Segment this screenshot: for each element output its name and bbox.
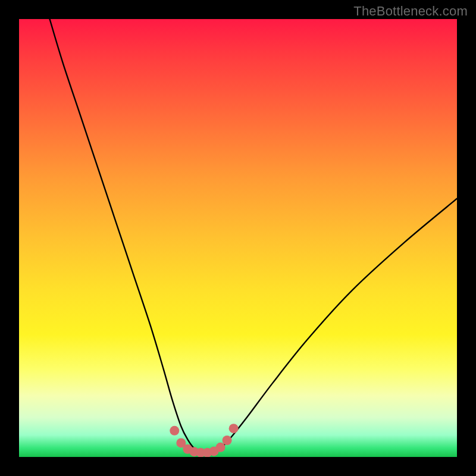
valley-marker [216,443,226,452]
watermark-text: TheBottleneck.com [353,4,468,19]
valley-marker-group [170,424,238,457]
bottleneck-curve [50,19,457,453]
chart-svg [19,19,457,457]
valley-marker [170,426,179,436]
valley-marker [223,436,232,445]
valley-marker [229,424,239,433]
plot-area [19,19,457,457]
chart-frame: TheBottleneck.com [0,0,476,476]
